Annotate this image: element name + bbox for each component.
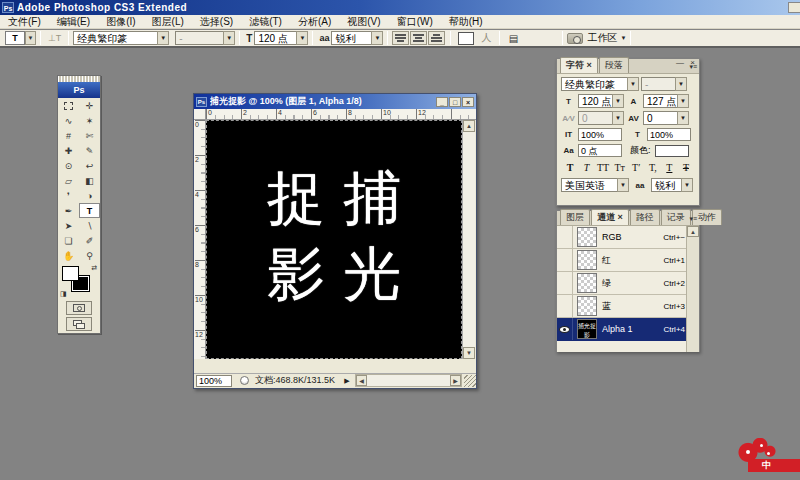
close-icon[interactable]: × [462, 97, 474, 107]
quick-mask-button[interactable] [66, 301, 92, 315]
menu-help[interactable]: 帮助(H) [441, 15, 491, 29]
visibility-toggle[interactable] [557, 249, 573, 271]
font-style-select[interactable]: - ▼ [175, 31, 235, 45]
menu-file[interactable]: 文件(F) [0, 15, 49, 29]
hand-tool-icon[interactable]: ✋ [58, 248, 79, 263]
chevron-down-icon[interactable]: ▼ [296, 31, 308, 45]
channel-row-green[interactable]: 绿 Ctrl+2 [557, 272, 699, 295]
path-selection-tool-icon[interactable]: ➤ [58, 218, 79, 233]
line-shape-tool-icon[interactable]: ∖ [79, 218, 100, 233]
scroll-right-icon[interactable]: ▶ [450, 375, 461, 386]
eraser-tool-icon[interactable]: ▱ [58, 173, 79, 188]
tab-layers[interactable]: 图层 [560, 209, 590, 225]
scroll-up-icon[interactable]: ▲ [687, 226, 699, 237]
workspace-menu[interactable]: 工作区 ▼ [587, 31, 626, 45]
chevron-down-icon[interactable]: ▼ [612, 111, 624, 125]
underline-button[interactable]: T [662, 162, 676, 173]
chevron-down-icon[interactable]: ▼ [677, 111, 689, 125]
tab-channels[interactable]: 通道 × [591, 209, 629, 225]
panel-scrollbar[interactable]: ▲ [686, 226, 699, 352]
chevron-down-icon[interactable]: ▼ [223, 31, 235, 45]
channel-row-blue[interactable]: 蓝 Ctrl+3 [557, 295, 699, 318]
tab-paths[interactable]: 路径 [630, 209, 660, 225]
eyedropper-tool-icon[interactable]: ✐ [79, 233, 100, 248]
rectangular-marquee-tool-icon[interactable] [58, 98, 79, 113]
tab-paragraph[interactable]: 段落 [599, 57, 629, 73]
scroll-left-icon[interactable]: ◀ [356, 375, 367, 386]
clone-stamp-tool-icon[interactable]: ⊙ [58, 158, 79, 173]
cp-font-style-select[interactable]: - ▼ [641, 77, 687, 91]
font-size-select[interactable]: 120 点 ▼ [254, 31, 308, 45]
cp-baseline-field[interactable]: 0 点 [578, 144, 622, 157]
channel-row-alpha1[interactable]: 捕光捉影 Alpha 1 Ctrl+4 [557, 318, 699, 341]
superscript-button[interactable]: T′ [629, 162, 643, 173]
lasso-tool-icon[interactable]: ∿ [58, 113, 79, 128]
toggle-palettes-icon[interactable]: ▤ [504, 31, 522, 45]
cp-tracking-select[interactable]: 0 ▼ [643, 111, 689, 125]
notes-tool-icon[interactable]: ❏ [58, 233, 79, 248]
align-center-button[interactable] [410, 31, 427, 45]
scroll-up-icon[interactable]: ▲ [463, 120, 475, 132]
tab-close-icon[interactable]: × [587, 60, 592, 70]
canvas[interactable]: 捉 捕 影 光 [206, 120, 462, 359]
chevron-down-icon[interactable]: ▼ [675, 77, 687, 91]
tab-history[interactable]: 记录 [661, 209, 691, 225]
cp-kerning-select[interactable]: 0 ▼ [578, 111, 624, 125]
font-family-select[interactable]: 经典繁印篆 ▼ [73, 31, 169, 45]
panel-flyout-icon[interactable]: ▾≡ [689, 63, 697, 71]
chevron-down-icon[interactable]: ▼ [612, 94, 624, 108]
cp-anti-alias-select[interactable]: 锐利 ▼ [651, 178, 693, 192]
menu-select[interactable]: 选择(S) [192, 15, 241, 29]
chevron-down-icon[interactable]: ▼ [627, 77, 639, 91]
menu-edit[interactable]: 编辑(E) [49, 15, 98, 29]
ruler-origin[interactable] [194, 109, 206, 120]
type-tool-icon[interactable]: T [79, 203, 100, 218]
window-resize-grip[interactable] [464, 375, 476, 387]
chevron-down-icon[interactable]: ▼ [371, 31, 383, 45]
text-orientation-icon[interactable]: ⊥T [45, 33, 64, 43]
vertical-ruler[interactable]: 0 2 4 6 8 10 12 [194, 120, 206, 359]
cp-language-select[interactable]: 美国英语 ▼ [561, 178, 629, 192]
move-tool-icon[interactable]: ✛ [79, 98, 100, 113]
text-color-swatch[interactable] [458, 32, 474, 45]
swap-colors-icon[interactable]: ⇄ [91, 264, 97, 272]
tool-preset-dropdown-icon[interactable]: ▼ [25, 31, 36, 45]
align-bottom-button[interactable] [428, 31, 445, 45]
scroll-down-icon[interactable]: ▼ [463, 347, 475, 359]
menu-layer[interactable]: 图层(L) [144, 15, 192, 29]
maximize-icon[interactable]: □ [449, 97, 461, 107]
tab-character[interactable]: 字符 × [560, 57, 598, 73]
document-titlebar[interactable]: Ps 捕光捉影 @ 100% (图层 1, Alpha 1/8) _ □ × [194, 94, 476, 109]
channel-row-rgb[interactable]: RGB Ctrl+~ [557, 226, 699, 249]
faux-italic-button[interactable]: T [580, 162, 594, 173]
menu-window[interactable]: 窗口(W) [389, 15, 441, 29]
align-top-button[interactable] [392, 31, 409, 45]
horizontal-ruler[interactable]: 0 2 4 6 8 10 12 [206, 109, 476, 120]
zoom-tool-icon[interactable]: ⚲ [79, 248, 100, 263]
cp-horizontal-scale-field[interactable]: 100% [647, 128, 691, 141]
zoom-level-field[interactable]: 100% [196, 375, 232, 387]
window-control-button[interactable] [788, 2, 800, 13]
minimize-icon[interactable]: _ [436, 97, 448, 107]
healing-brush-tool-icon[interactable]: ✚ [58, 143, 79, 158]
status-menu-arrow-icon[interactable]: ▶ [341, 375, 353, 387]
chevron-down-icon[interactable]: ▼ [681, 178, 693, 192]
strikethrough-button[interactable]: Ŧ [679, 162, 693, 173]
cp-vertical-scale-field[interactable]: 100% [578, 128, 622, 141]
menu-view[interactable]: 视图(V) [339, 15, 388, 29]
menu-analysis[interactable]: 分析(A) [290, 15, 339, 29]
history-brush-tool-icon[interactable]: ↩ [79, 158, 100, 173]
chevron-down-icon[interactable]: ▼ [677, 94, 689, 108]
all-caps-button[interactable]: TT [596, 162, 610, 173]
pen-tool-icon[interactable]: ✒ [58, 203, 79, 218]
tab-close-icon[interactable]: × [618, 212, 623, 222]
small-caps-button[interactable]: Tт [613, 162, 627, 173]
anti-alias-select[interactable]: 锐利 ▼ [331, 31, 383, 45]
chevron-down-icon[interactable]: ▼ [157, 31, 169, 45]
horizontal-scrollbar[interactable]: ◀ ▶ [355, 374, 462, 387]
blur-tool-icon[interactable]: ❜ [58, 188, 79, 203]
go-to-bridge-icon[interactable] [567, 33, 583, 44]
menu-image[interactable]: 图像(I) [98, 15, 143, 29]
brush-tool-icon[interactable]: ✎ [79, 143, 100, 158]
visibility-toggle[interactable] [557, 318, 573, 340]
